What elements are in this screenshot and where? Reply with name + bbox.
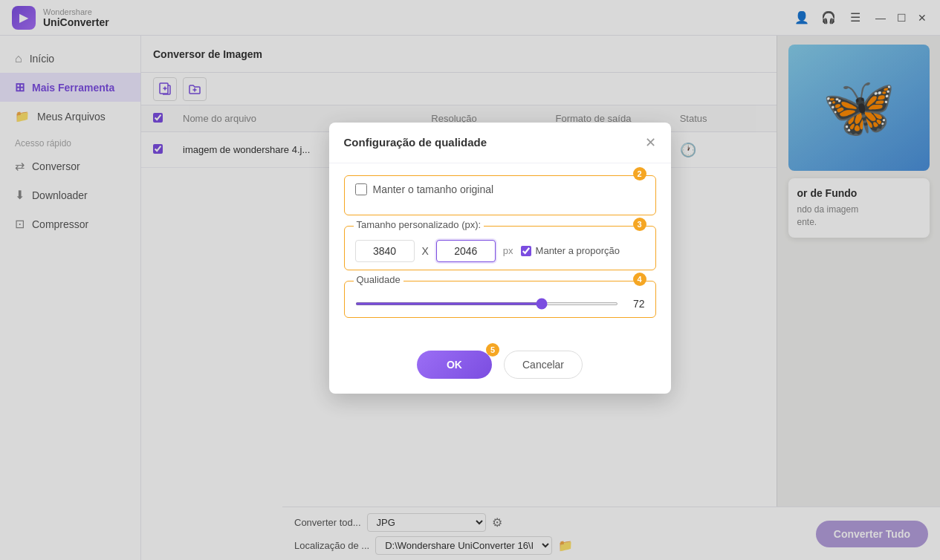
badge-2: 2: [633, 167, 646, 180]
badge-4: 4: [633, 273, 646, 286]
quality-slider[interactable]: [355, 302, 618, 305]
dialog-title: Configuração de qualidade: [344, 136, 487, 149]
height-input[interactable]: [436, 240, 496, 262]
quality-section: Qualidade 4 72: [344, 281, 656, 318]
keep-proportion-wrapper: Manter a proporção: [521, 245, 620, 256]
dialog-footer: OK 5 Cancelar: [329, 342, 671, 394]
quality-dialog: Configuração de qualidade ✕ 2 Manter o t…: [329, 123, 671, 394]
keep-original-row: Manter o tamanho original: [355, 183, 645, 195]
size-input-row: X px Manter a proporção: [355, 240, 645, 262]
quality-label: Qualidade: [354, 274, 403, 285]
dialog-header: Configuração de qualidade ✕: [329, 123, 671, 163]
cancel-button[interactable]: Cancelar: [504, 351, 583, 379]
custom-size-label: Tamanho personalizado (px):: [354, 219, 484, 230]
quality-slider-row: 72: [355, 298, 645, 310]
x-separator: X: [422, 245, 429, 257]
keep-proportion-checkbox[interactable]: [521, 246, 531, 256]
keep-original-label: Manter o tamanho original: [373, 183, 494, 195]
px-label: px: [503, 245, 513, 256]
dialog-close-button[interactable]: ✕: [645, 134, 656, 151]
keep-original-checkbox[interactable]: [355, 183, 367, 195]
dialog-overlay: Configuração de qualidade ✕ 2 Manter o t…: [0, 0, 940, 560]
width-input[interactable]: [355, 240, 415, 262]
ok-badge: 5: [486, 343, 499, 356]
keep-proportion-label: Manter a proporção: [536, 245, 620, 256]
dialog-body: 2 Manter o tamanho original Tamanho pers…: [329, 163, 671, 342]
quality-value: 72: [627, 298, 645, 310]
ok-button[interactable]: OK 5: [417, 351, 492, 379]
custom-size-section: Tamanho personalizado (px): 3 X px Mante…: [344, 226, 656, 270]
badge-3: 3: [633, 218, 646, 231]
keep-original-section: 2 Manter o tamanho original: [344, 175, 656, 215]
